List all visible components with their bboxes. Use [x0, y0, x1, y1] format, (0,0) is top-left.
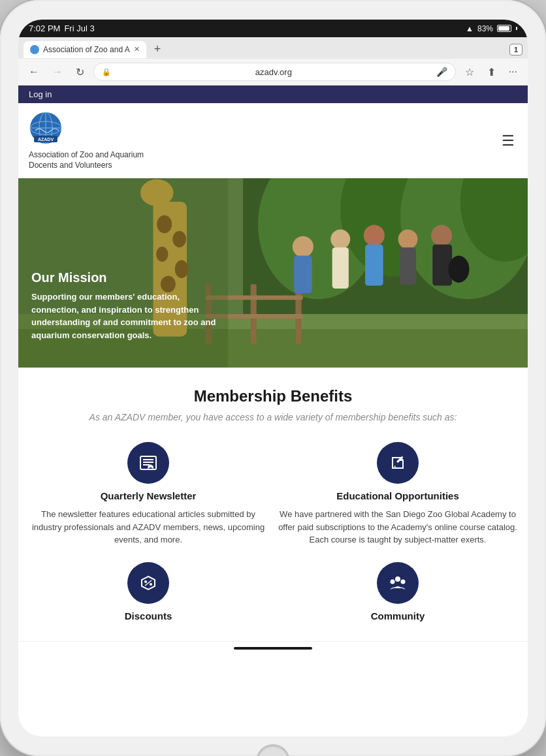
- benefit-community: Community: [278, 562, 517, 622]
- svg-point-47: [144, 580, 147, 583]
- status-bar: 7:02 PM Fri Jul 3 ▲ 83%: [18, 20, 528, 37]
- benefit-education: Educational Opportunities We have partne…: [278, 442, 517, 546]
- logo-area: AZADV AZADV Association of Zoo and Aquar…: [29, 111, 144, 170]
- battery-icon: [497, 25, 511, 32]
- newsletter-desc: The newsletter features educational arti…: [29, 508, 268, 546]
- hero-title: Our Mission: [31, 270, 227, 285]
- scroll-indicator: [234, 647, 312, 650]
- browser-nav-bar: ← → ↻ 🔒 azadv.org 🎤 ☆ ⬆ ···: [18, 59, 528, 86]
- hero-text: Our Mission Supporting our members' educ…: [31, 270, 227, 341]
- membership-benefits-section: Membership Benefits As an AZADV member, …: [18, 368, 528, 641]
- refresh-button[interactable]: ↻: [72, 63, 88, 81]
- newsletter-icon: [127, 442, 169, 484]
- benefits-grid: Quarterly Newsletter The newsletter feat…: [29, 442, 517, 622]
- benefit-newsletter: Quarterly Newsletter The newsletter feat…: [29, 442, 268, 546]
- svg-point-31: [330, 230, 350, 249]
- svg-rect-43: [143, 462, 153, 463]
- date-display: Fri Jul 3: [64, 24, 94, 33]
- svg-point-50: [395, 576, 400, 582]
- svg-rect-32: [332, 247, 349, 289]
- bookmark-button[interactable]: ☆: [461, 63, 478, 81]
- active-tab[interactable]: Association of Zoo and A ✕: [24, 41, 146, 58]
- svg-rect-36: [400, 247, 416, 285]
- svg-text:AZADV: AZADV: [38, 137, 54, 142]
- time-display: 7:02 PM: [29, 24, 60, 33]
- home-button-area: [18, 736, 528, 756]
- new-tab-button[interactable]: +: [149, 40, 167, 59]
- discounts-name: Discounts: [125, 610, 172, 622]
- community-name: Community: [371, 610, 425, 622]
- benefit-discounts: Discounts: [29, 562, 268, 622]
- more-button[interactable]: ···: [505, 63, 521, 80]
- svg-rect-34: [365, 245, 383, 286]
- forward-button[interactable]: →: [48, 63, 67, 80]
- status-left: 7:02 PM Fri Jul 3: [29, 24, 95, 33]
- discounts-icon: [127, 562, 169, 604]
- svg-point-37: [431, 225, 452, 246]
- website-content: Log in: [18, 86, 528, 736]
- login-link[interactable]: Log in: [29, 89, 52, 99]
- tab-label: Association of Zoo and A: [43, 45, 130, 54]
- org-name: Association of Zoo and Aquarium Docents …: [29, 150, 144, 170]
- svg-point-39: [448, 256, 469, 283]
- education-icon: [377, 442, 419, 484]
- tablet-screen: 7:02 PM Fri Jul 3 ▲ 83% Association of Z…: [18, 20, 528, 736]
- browser-tabs: Association of Zoo and A ✕ + 1: [18, 37, 528, 59]
- wifi-icon: ▲: [466, 24, 474, 33]
- svg-point-29: [293, 236, 313, 257]
- svg-rect-17: [251, 284, 257, 344]
- education-desc: We have partnered with the San Diego Zoo…: [278, 508, 517, 546]
- site-logo[interactable]: AZADV AZADV: [29, 111, 144, 148]
- svg-point-52: [401, 579, 406, 584]
- svg-point-48: [150, 583, 152, 586]
- site-header: AZADV AZADV Association of Zoo and Aquar…: [18, 103, 528, 178]
- tab-close-button[interactable]: ✕: [134, 45, 140, 54]
- tab-favicon: [30, 45, 39, 54]
- back-button[interactable]: ←: [25, 63, 43, 80]
- svg-point-33: [364, 225, 385, 246]
- address-bar[interactable]: 🔒 azadv.org 🎤: [93, 63, 456, 81]
- mic-icon: 🎤: [436, 67, 447, 77]
- tab-count: 1: [509, 44, 522, 55]
- status-right: ▲ 83%: [466, 24, 517, 33]
- hero-section: Our Mission Supporting our members' educ…: [18, 178, 528, 368]
- svg-rect-44: [143, 464, 150, 465]
- share-button[interactable]: ⬆: [483, 63, 500, 81]
- hamburger-menu-button[interactable]: ☰: [499, 130, 517, 152]
- home-button[interactable]: [256, 744, 290, 756]
- bottom-bar: [18, 641, 528, 655]
- hero-subtitle: Supporting our members' education, conne…: [31, 291, 227, 341]
- battery-percent: 83%: [477, 24, 493, 33]
- svg-marker-46: [394, 465, 396, 467]
- lock-icon: 🔒: [102, 68, 111, 76]
- login-bar: Log in: [18, 86, 528, 103]
- community-icon: [377, 562, 419, 604]
- battery-cap: [516, 27, 517, 30]
- membership-title: Membership Benefits: [29, 387, 517, 405]
- svg-rect-30: [294, 256, 312, 293]
- svg-point-51: [391, 579, 395, 584]
- svg-rect-42: [143, 459, 153, 460]
- tablet-frame: 7:02 PM Fri Jul 3 ▲ 83% Association of Z…: [0, 0, 546, 756]
- svg-point-35: [398, 230, 418, 249]
- education-name: Educational Opportunities: [336, 490, 459, 501]
- newsletter-name: Quarterly Newsletter: [101, 490, 197, 501]
- url-display: azadv.org: [115, 67, 432, 77]
- membership-subtitle: As an AZADV member, you have access to a…: [29, 412, 517, 422]
